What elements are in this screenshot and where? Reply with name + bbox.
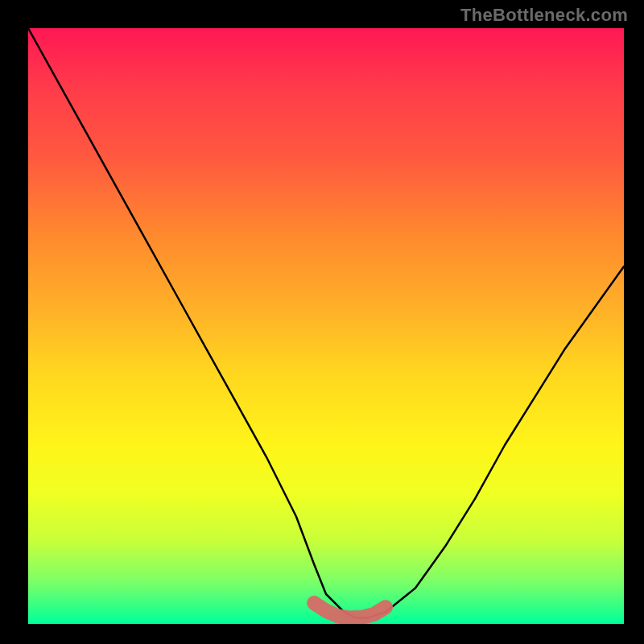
- bottleneck-curve-line: [28, 28, 624, 618]
- chart-overlay: [28, 28, 624, 624]
- optimal-zone-marker-line: [314, 603, 386, 618]
- chart-frame: TheBottleneck.com: [0, 0, 644, 644]
- watermark-text: TheBottleneck.com: [460, 5, 628, 26]
- chart-plot-area: [28, 28, 624, 624]
